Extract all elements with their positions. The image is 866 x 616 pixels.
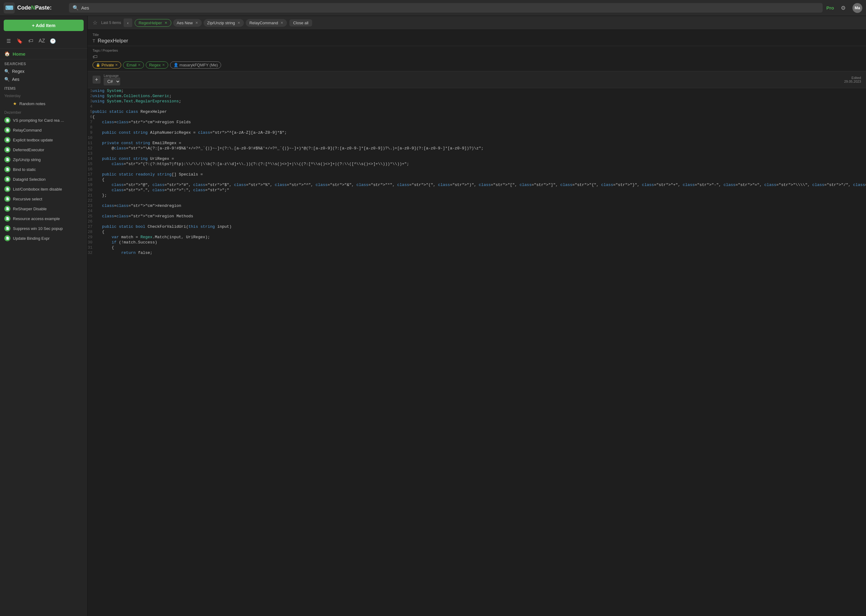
edited-date: 29.05.2023 [844, 80, 861, 83]
close-tab-icon[interactable]: ✕ [280, 21, 283, 25]
search-input[interactable] [81, 5, 819, 11]
tabs-back-button[interactable]: ‹ [124, 19, 132, 27]
flag-star-icon[interactable]: ☆ [91, 19, 99, 27]
line-number: 11 [88, 140, 93, 146]
close-tag-icon[interactable]: ✕ [162, 63, 165, 67]
tab-item[interactable]: RelayCommand✕ [246, 19, 287, 27]
search-item-text: Regex [12, 69, 69, 74]
topbar-right: Pro ⚙ Ma [826, 3, 862, 13]
item-icon: 📄 [4, 117, 11, 123]
line-code: public static class RegexHelper [93, 109, 866, 114]
tag-item[interactable]: 🔒Private✕ [93, 61, 121, 69]
tabs-list: RegexHelper✕Aes New✕Zip/Unzip string✕Rel… [135, 19, 287, 27]
list-item[interactable]: 📄Datagrid Selection [0, 174, 87, 184]
line-code: public const string UriRegex = [93, 156, 866, 161]
list-item[interactable]: 📄Zip/Unzip string [0, 155, 87, 165]
list-item[interactable]: 📄VS prompting for Card rea ... [0, 115, 87, 125]
tab-item[interactable]: Zip/Unzip string✕ [203, 19, 244, 27]
tag-item[interactable]: Email✕ [123, 61, 144, 69]
line-code [93, 104, 866, 109]
tag-item[interactable]: 👤masarykFQMFY (Me) [170, 61, 221, 69]
list-item[interactable]: 📄Resource access example [0, 214, 87, 223]
gear-icon[interactable]: ⚙ [838, 3, 848, 13]
sort-button[interactable]: AZ [37, 36, 47, 46]
search-item[interactable]: 🔍Regex📌🗑 [0, 67, 87, 75]
edited-info: Edited 29.05.2023 [844, 76, 861, 83]
star-icon: ★ [13, 101, 17, 106]
item-icon: 📄 [4, 235, 11, 241]
line-code: { [93, 245, 866, 250]
list-item[interactable]: 📄Update Binding Expr [0, 233, 87, 243]
item-text: Random notes [19, 101, 83, 106]
close-tab-icon[interactable]: ✕ [165, 21, 167, 25]
close-tab-icon[interactable]: ✕ [238, 21, 240, 25]
code-line: 22 [88, 198, 866, 203]
history-button[interactable]: 🕐 [48, 36, 58, 46]
code-area[interactable]: 1using System;2using System.Collections.… [88, 88, 866, 616]
logo-icon: ⌨ [4, 2, 15, 14]
line-number: 8 [88, 125, 93, 130]
language-select[interactable]: C# [104, 77, 120, 85]
line-code: { [93, 177, 866, 182]
line-number: 18 [88, 177, 93, 182]
close-all-button[interactable]: Close all [290, 19, 312, 27]
item-text: VS prompting for Card rea ... [13, 118, 83, 123]
line-code: class=class="str">"cm">#region Fields [93, 119, 866, 125]
line-number: 4 [88, 104, 93, 109]
list-item[interactable]: 📄Bind to static [0, 165, 87, 174]
code-line: 20 class="str">".", class="str">":", cla… [88, 187, 866, 193]
code-line: 14 public const string UriRegex = [88, 156, 866, 161]
code-line: 18 { [88, 177, 866, 182]
logo: ⌨ CodeNPaste: [4, 2, 65, 14]
item-icon: 📄 [4, 225, 11, 231]
line-number: 17 [88, 172, 93, 177]
tag-add-icon[interactable]: 🏷 [93, 54, 98, 60]
search-item[interactable]: 🔍Aes📌🗑 [0, 75, 87, 83]
line-number: 24 [88, 208, 93, 214]
searches-section-label: Searches [0, 59, 87, 67]
list-item[interactable]: 📄Recursive select [0, 194, 87, 204]
close-tag-icon[interactable]: ✕ [115, 63, 118, 67]
sidebar-home-item[interactable]: 🏠 Home [0, 49, 87, 59]
tag-item[interactable]: Regex✕ [146, 61, 168, 69]
search-icon: 🔍 [4, 69, 9, 74]
line-number: 27 [88, 224, 93, 229]
group-label: Yesterday [0, 92, 87, 99]
bookmark-button[interactable]: 🔖 [15, 36, 25, 46]
line-number: 30 [88, 240, 93, 245]
line-code [93, 125, 866, 130]
tab-label: Zip/Unzip string [207, 20, 235, 25]
list-item[interactable]: ★Random notes [0, 99, 87, 108]
logo-text: CodeNPaste: [17, 5, 52, 11]
add-item-button[interactable]: + Add Item [4, 20, 83, 31]
search-bar[interactable]: 🔍 [69, 3, 823, 13]
tags-icon-row: 🏷 [93, 54, 861, 60]
lock-icon: 🔒 [96, 63, 100, 67]
tag-label: Email [126, 63, 137, 67]
list-item[interactable]: 📄Explicit textbox update [0, 135, 87, 145]
line-number: 10 [88, 135, 93, 140]
close-tag-icon[interactable]: ✕ [138, 63, 140, 67]
language-label: Language [104, 74, 120, 77]
code-line: 26 [88, 219, 866, 224]
main-layout: + Add Item ☰ 🔖 🏷 AZ 🕐 🏠 Home Searches 🔍R… [0, 16, 866, 616]
line-code: @class="str">"\A(?:[a-z0-9!#$%&'+/=?^_`{… [93, 146, 866, 151]
item-text: Suppress win 10 Sec popup [13, 226, 83, 231]
list-item[interactable]: 📄RelayCommand [0, 125, 87, 135]
list-item[interactable]: 📄ReSharper Disable [0, 204, 87, 214]
line-code: public static bool CheckForValidUri(this… [93, 224, 866, 229]
close-tab-icon[interactable]: ✕ [195, 21, 198, 25]
searches-list: 🔍Regex📌🗑🔍Aes📌🗑 [0, 67, 87, 83]
tab-item[interactable]: RegexHelper✕ [135, 19, 171, 27]
list-item[interactable]: 📄Suppress win 10 Sec popup [0, 223, 87, 233]
item-icon: 📄 [4, 186, 11, 192]
tab-item[interactable]: Aes New✕ [173, 19, 202, 27]
add-snippet-button[interactable]: + [93, 75, 101, 83]
list-item[interactable]: 📄List/Combobox item disable [0, 184, 87, 194]
list-view-button[interactable]: ☰ [4, 36, 14, 46]
tag-button[interactable]: 🏷 [26, 36, 36, 46]
line-code: class="str">"@", class="str">"#", class=… [93, 182, 866, 187]
avatar[interactable]: Ma [852, 3, 862, 13]
list-item[interactable]: 📄DeferredExecutor [0, 145, 87, 155]
code-line: 11 private const string EmailRegex = [88, 140, 866, 146]
